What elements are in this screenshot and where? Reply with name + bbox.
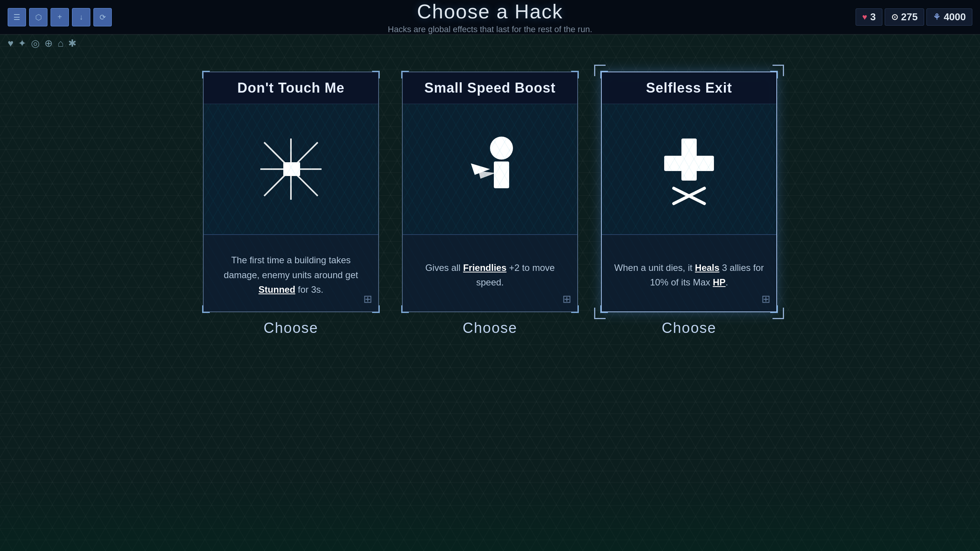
- add-icon[interactable]: +: [51, 8, 69, 26]
- card-image-2: [403, 104, 577, 234]
- card-desc-2: Gives all Friendlies +2 to move speed. ⊞: [403, 235, 577, 311]
- shield-icon: ⚘: [933, 12, 941, 22]
- header-center: Choose a Hack Hacks are global effects t…: [388, 0, 592, 34]
- card-badge-1: ⊞: [363, 293, 372, 305]
- svg-point-9: [490, 137, 513, 160]
- hex-icon[interactable]: ⬡: [29, 8, 47, 26]
- hack-card-selfless-exit[interactable]: Selfless Exit When a unit di: [601, 72, 777, 312]
- hack-card-wrapper-1: Don't Touch Me: [203, 72, 379, 336]
- card-title-2: Small Speed Boost: [407, 80, 573, 96]
- card-image-1: [204, 104, 378, 234]
- card-badge-2: ⊞: [562, 293, 571, 305]
- card-description-3: When a unit dies, it Heals 3 allies for …: [613, 261, 765, 290]
- clock-badge: ⊙ 275: [885, 8, 924, 26]
- keyword-stunned: Stunned: [258, 284, 295, 295]
- svg-marker-12: [479, 171, 496, 179]
- svg-line-0: [291, 142, 318, 169]
- svg-line-2: [291, 169, 318, 196]
- svg-line-16: [674, 188, 704, 204]
- burst-icon: [253, 131, 329, 207]
- corner-tl: [600, 71, 608, 78]
- corner-tl: [401, 71, 409, 78]
- hearts-value: 3: [870, 11, 875, 23]
- card-desc-3: When a unit dies, it Heals 3 allies for …: [602, 235, 776, 311]
- download-icon[interactable]: ↓: [72, 8, 90, 26]
- hack-card-wrapper-2: Small Speed Boost: [402, 72, 578, 336]
- page-subtitle: Hacks are global effects that last for t…: [388, 24, 592, 34]
- clock-value: 275: [901, 11, 918, 23]
- keyword-friendlies: Friendlies: [463, 262, 506, 273]
- sub-icon-star[interactable]: ✦: [18, 37, 26, 49]
- corner-tr: [571, 71, 579, 78]
- runner-icon: [452, 127, 528, 211]
- choose-button-2[interactable]: Choose: [463, 320, 518, 336]
- card-description-2: Gives all Friendlies +2 to move speed.: [414, 261, 566, 290]
- card-title-bar-1: Don't Touch Me: [204, 72, 378, 104]
- svg-rect-13: [681, 139, 697, 181]
- hack-card-dont-touch-me[interactable]: Don't Touch Me: [203, 72, 379, 312]
- sub-icon-plus[interactable]: ⊕: [44, 37, 53, 49]
- svg-line-3: [264, 169, 291, 196]
- toolbar-left: ☰ ⬡ + ↓ ⟳: [8, 8, 112, 26]
- card-title-3: Selfless Exit: [606, 80, 773, 96]
- card-title-bar-3: Selfless Exit: [602, 72, 776, 104]
- svg-line-1: [264, 142, 291, 169]
- heart-icon: ♥: [862, 12, 867, 22]
- card-title-bar-2: Small Speed Boost: [403, 72, 577, 104]
- svg-marker-11: [471, 163, 490, 175]
- corner-tr: [770, 71, 778, 78]
- clock-icon: ⊙: [891, 12, 898, 22]
- choose-button-1[interactable]: Choose: [264, 320, 318, 336]
- refresh-icon[interactable]: ⟳: [93, 8, 112, 26]
- hack-card-small-speed-boost[interactable]: Small Speed Boost: [402, 72, 578, 312]
- top-bar: ☰ ⬡ + ↓ ⟳ Choose a Hack Hacks are global…: [0, 0, 980, 34]
- corner-tl: [202, 71, 210, 78]
- card-title-1: Don't Touch Me: [207, 80, 374, 96]
- keyword-hp: HP: [713, 277, 725, 287]
- sub-icon-spark[interactable]: ✱: [68, 37, 77, 49]
- main-content: Don't Touch Me: [0, 56, 980, 352]
- sub-icon-eye[interactable]: ◎: [31, 37, 40, 49]
- hearts-badge: ♥ 3: [856, 8, 882, 26]
- sub-toolbar: ♥ ✦ ◎ ⊕ ⌂ ✱: [0, 34, 980, 52]
- keyword-heals: Heals: [695, 262, 719, 273]
- hack-card-wrapper-3: Selfless Exit When a unit di: [601, 72, 777, 336]
- card-description-1: The first time a building takes damage, …: [215, 253, 367, 297]
- menu-icon[interactable]: ☰: [8, 8, 26, 26]
- svg-line-15: [674, 188, 704, 204]
- shield-value: 4000: [944, 11, 966, 23]
- medic-icon: [651, 127, 727, 211]
- svg-rect-10: [494, 161, 509, 188]
- sub-icon-heart[interactable]: ♥: [8, 37, 13, 49]
- choose-button-3[interactable]: Choose: [662, 320, 717, 336]
- svg-rect-14: [664, 156, 714, 171]
- svg-rect-8: [283, 162, 300, 176]
- sub-icon-home[interactable]: ⌂: [57, 37, 64, 49]
- card-image-3: [602, 104, 776, 234]
- page-title: Choose a Hack: [388, 0, 592, 23]
- corner-tr: [372, 71, 380, 78]
- card-desc-1: The first time a building takes damage, …: [204, 235, 378, 311]
- shield-badge: ⚘ 4000: [926, 8, 972, 26]
- stat-badges: ♥ 3 ⊙ 275 ⚘ 4000: [856, 8, 972, 26]
- card-badge-3: ⊞: [761, 293, 770, 305]
